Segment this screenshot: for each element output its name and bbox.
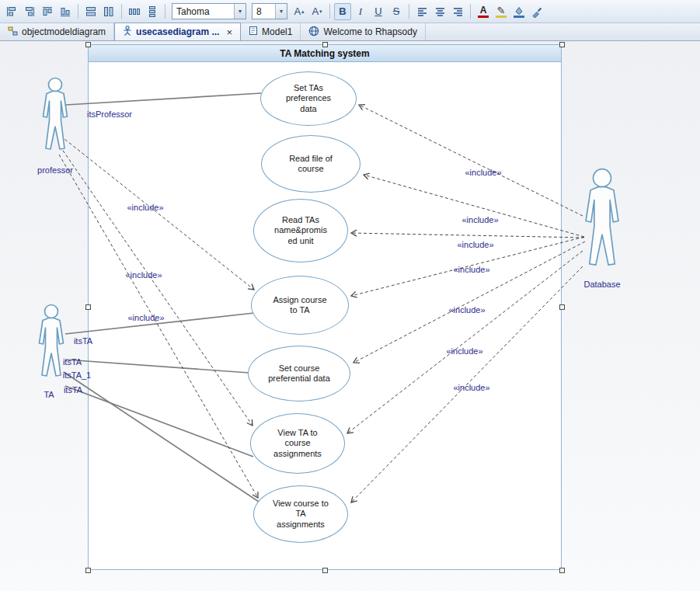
include-professor-assign-course[interactable] — [61, 136, 254, 290]
include-database-set-tas-preferences[interactable] — [359, 105, 583, 216]
uc-assign-course-to-ta[interactable]: Assign course to TA — [251, 276, 349, 335]
association-ta-view-course-to-ta[interactable] — [64, 372, 259, 502]
usecase-text: Read TAs — [282, 215, 319, 225]
model-icon — [249, 26, 258, 38]
selection-handle[interactable] — [559, 568, 565, 573]
format-painter-button[interactable] — [528, 3, 545, 20]
selection-handle[interactable] — [85, 42, 91, 47]
include-database-view-ta-to-course[interactable] — [347, 251, 583, 433]
dropdown-caret-icon[interactable]: ▾ — [234, 4, 246, 19]
actor-professor-figure[interactable] — [44, 78, 68, 150]
increase-font-size-button[interactable]: A▴ — [291, 3, 308, 20]
usecase-text: Set TAs — [294, 83, 323, 93]
font-size-select[interactable]: 8 ▾ — [252, 3, 287, 19]
association-label-itsta[interactable]: itsTA — [64, 385, 82, 395]
include-label[interactable]: «include» — [461, 215, 498, 224]
usecase-diagram-icon — [123, 26, 132, 38]
distribute-vertically-icon[interactable] — [144, 3, 161, 20]
align-text-center-icon[interactable] — [431, 3, 448, 20]
actor-database-figure[interactable] — [586, 169, 618, 266]
include-label[interactable]: «include» — [127, 313, 164, 322]
underline-button[interactable]: U — [370, 3, 387, 20]
include-label[interactable]: «include» — [457, 240, 493, 249]
include-label[interactable]: «include» — [453, 383, 489, 392]
selection-handle[interactable] — [559, 42, 565, 47]
uc-read-tas-name-promised-unit[interactable]: Read TAs name&promis ed unit — [253, 199, 348, 262]
diagram-canvas[interactable]: TA Matching system — [0, 41, 700, 591]
include-database-set-course-preferential[interactable] — [353, 242, 585, 363]
decrease-font-size-button[interactable]: A▾ — [308, 3, 326, 20]
association-label-itsta[interactable]: itsTA — [63, 357, 82, 367]
toolbar-separator — [121, 4, 122, 19]
usecase-text: View TA to — [277, 428, 317, 438]
selection-handle[interactable] — [322, 568, 328, 573]
uc-set-tas-preferences-data[interactable]: Set TAs preferences data — [260, 71, 357, 126]
selection-handle[interactable] — [559, 304, 565, 310]
strikethrough-button[interactable]: S — [388, 3, 405, 20]
bold-button[interactable]: B — [334, 3, 351, 20]
same-height-icon[interactable] — [100, 3, 117, 20]
font-size-value: 8 — [256, 6, 262, 17]
tab-usecasediagram[interactable]: usecasediagram ... × — [114, 23, 241, 40]
usecase-text: course — [298, 164, 323, 174]
association-ta-view-ta-to-course[interactable] — [65, 386, 253, 457]
uc-read-file-of-course[interactable]: Read file of course — [261, 135, 360, 193]
align-text-right-icon[interactable] — [449, 3, 466, 20]
toolbar-separator — [165, 4, 165, 19]
actor-label-ta[interactable]: TA — [44, 390, 54, 399]
fill-color-button[interactable] — [510, 3, 528, 20]
font-color-swatch — [478, 16, 489, 18]
uc-set-course-preferential-data[interactable]: Set course preferential data — [248, 346, 350, 402]
toolbar-separator — [78, 4, 78, 19]
close-tab-icon[interactable]: × — [226, 26, 232, 38]
fill-color-swatch — [514, 16, 524, 18]
align-bottom-icon[interactable] — [57, 3, 74, 20]
same-width-icon[interactable] — [82, 3, 99, 20]
include-database-read-tas-name[interactable] — [351, 233, 584, 238]
include-professor-view-ta-to-course[interactable] — [60, 146, 252, 426]
association-label-itsta[interactable]: itsTA — [74, 336, 92, 346]
actor-ta-figure[interactable] — [40, 305, 64, 377]
toolbar-separator — [409, 4, 409, 19]
grow-letter: A — [294, 5, 301, 17]
uc-view-ta-to-course-assignments[interactable]: View TA to course assignments — [250, 413, 345, 474]
include-database-read-file-of-course[interactable] — [364, 175, 584, 237]
include-label[interactable]: «include» — [465, 168, 501, 177]
include-label[interactable]: «include» — [448, 305, 485, 315]
font-color-letter: A — [480, 5, 487, 15]
association-label-itsta-1[interactable]: itsTA_1 — [63, 370, 91, 380]
include-label[interactable]: «include» — [125, 270, 162, 280]
align-right-icon[interactable] — [21, 3, 38, 20]
usecase-text: preferences — [286, 93, 331, 103]
actor-label-professor[interactable]: professor — [37, 165, 73, 175]
font-color-button[interactable]: A — [475, 3, 492, 20]
usecase-text: data — [300, 104, 316, 114]
italic-button[interactable]: I — [352, 3, 369, 20]
association-label-itsprofessor[interactable]: itsProfessor — [87, 110, 132, 119]
association-ta-set-course-preferential[interactable] — [65, 360, 249, 373]
usecase-text: preferential data — [268, 374, 330, 384]
line-color-button[interactable]: ✎ — [493, 3, 510, 20]
selection-handle[interactable] — [322, 42, 328, 47]
diagram-connectors-layer — [0, 41, 700, 591]
include-label[interactable]: «include» — [127, 203, 163, 212]
align-top-icon[interactable] — [39, 3, 56, 20]
include-label[interactable]: «include» — [446, 346, 482, 356]
distribute-horizontally-icon[interactable] — [126, 3, 143, 20]
align-text-left-icon[interactable] — [413, 3, 430, 20]
align-left-icon[interactable] — [3, 3, 20, 20]
tab-welcome[interactable]: Welcome to Rhapsody — [301, 23, 426, 40]
line-color-swatch — [496, 16, 507, 18]
selection-handle[interactable] — [85, 304, 91, 310]
font-family-select[interactable]: Tahoma ▾ — [172, 3, 246, 19]
tab-model1[interactable]: Model1 — [241, 23, 301, 40]
usecase-text: View course to — [273, 499, 329, 509]
uc-view-course-to-ta-assignments[interactable]: View course to TA assignments — [253, 485, 348, 543]
tab-objectmodeldiagram[interactable]: objectmodeldiagram — [0, 23, 114, 40]
caret-up-icon: ▴ — [301, 9, 305, 15]
dropdown-caret-icon[interactable]: ▾ — [275, 4, 287, 19]
selection-handle[interactable] — [85, 568, 91, 573]
include-label[interactable]: «include» — [453, 265, 489, 274]
actor-label-database[interactable]: Database — [583, 280, 620, 289]
association-professor-set-tas-preferences[interactable] — [66, 93, 261, 105]
